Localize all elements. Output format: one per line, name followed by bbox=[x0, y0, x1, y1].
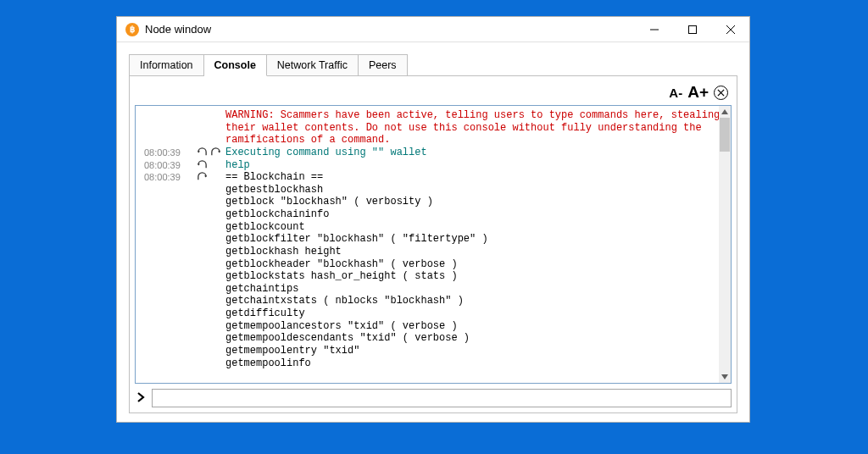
console-row: 08:00:39 help bbox=[144, 159, 715, 172]
scroll-up-icon[interactable] bbox=[719, 106, 731, 118]
window-body: Information Console Network Traffic Peer… bbox=[117, 42, 749, 422]
timestamp bbox=[144, 109, 197, 147]
reply-icon bbox=[197, 160, 208, 171]
tab-information[interactable]: Information bbox=[129, 54, 204, 76]
row-icons bbox=[197, 171, 225, 369]
console-row: 08:00:39 Executing command using "" wall… bbox=[144, 147, 715, 159]
tabs: Information Console Network Traffic Peer… bbox=[129, 54, 737, 76]
svg-rect-1 bbox=[688, 25, 696, 33]
console-input[interactable] bbox=[152, 389, 732, 407]
console-input-row bbox=[135, 389, 732, 407]
window-title: Node window bbox=[145, 23, 635, 36]
prompt-icon bbox=[135, 390, 148, 406]
close-button[interactable] bbox=[711, 17, 749, 42]
maximize-button[interactable] bbox=[673, 17, 711, 42]
console-text-area[interactable]: WARNING: Scammers have been active, tell… bbox=[136, 106, 719, 383]
tab-peers[interactable]: Peers bbox=[359, 54, 408, 76]
tab-network-traffic[interactable]: Network Traffic bbox=[267, 54, 359, 76]
console-toolbar: A- A+ bbox=[135, 81, 732, 105]
bitcoin-icon: ฿ bbox=[125, 23, 139, 36]
console-line: == Blockchain == getbestblockhash getblo… bbox=[225, 171, 715, 369]
warning-text: WARNING: Scammers have been active, tell… bbox=[225, 109, 719, 147]
row-icons bbox=[197, 109, 225, 147]
timestamp: 08:00:39 bbox=[144, 171, 197, 369]
timestamp: 08:00:39 bbox=[144, 147, 197, 159]
console-panel: A- A+ WARNING: Scammers have been active… bbox=[129, 75, 737, 413]
x-icon bbox=[717, 89, 725, 97]
return-icon bbox=[210, 147, 221, 158]
minimize-button[interactable] bbox=[635, 17, 673, 42]
titlebar: ฿ Node window bbox=[117, 17, 749, 42]
tab-console[interactable]: Console bbox=[204, 54, 267, 76]
font-increase-button[interactable]: A+ bbox=[687, 83, 709, 102]
console-line: help bbox=[225, 159, 715, 172]
timestamp: 08:00:39 bbox=[144, 159, 197, 172]
console-warning-row: WARNING: Scammers have been active, tell… bbox=[144, 109, 715, 147]
node-window: ฿ Node window Information Console Networ… bbox=[116, 16, 750, 423]
reply-icon bbox=[197, 147, 208, 158]
return-icon bbox=[197, 172, 208, 183]
clear-console-button[interactable] bbox=[714, 86, 728, 100]
row-icons bbox=[197, 147, 225, 159]
console-output: WARNING: Scammers have been active, tell… bbox=[135, 105, 732, 384]
console-scrollbar[interactable] bbox=[719, 106, 731, 383]
console-line: Executing command using "" wallet bbox=[225, 147, 715, 159]
font-decrease-button[interactable]: A- bbox=[669, 86, 682, 100]
scroll-down-icon[interactable] bbox=[719, 371, 731, 383]
row-icons bbox=[197, 159, 225, 172]
console-row: 08:00:39 == Blockchain == getbestblockha… bbox=[144, 171, 715, 369]
scroll-thumb[interactable] bbox=[720, 118, 730, 152]
